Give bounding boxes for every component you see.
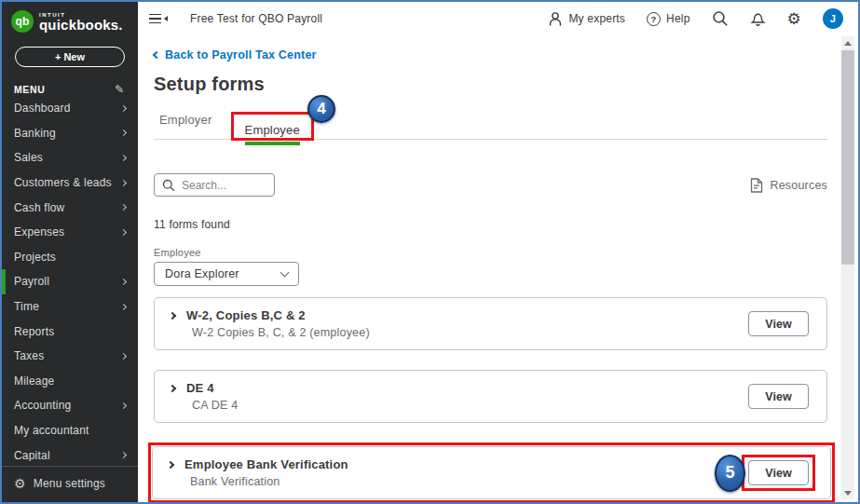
chevron-right-icon xyxy=(120,402,127,409)
chevron-right-icon xyxy=(120,129,127,136)
collapse-sidebar-icon[interactable] xyxy=(145,10,171,28)
sidebar-item-label: Customers & leads xyxy=(14,176,112,189)
sidebar-item[interactable]: My accountant xyxy=(2,418,138,443)
sidebar-item[interactable]: Capital xyxy=(2,443,138,461)
sidebar-item-label: Reports xyxy=(14,325,54,338)
resources-link[interactable]: Resources xyxy=(750,178,827,193)
form-title: W-2, Copies B,C & 2 xyxy=(186,308,306,322)
expand-chevron-icon[interactable] xyxy=(169,311,176,319)
qb-logo-icon: qb xyxy=(11,10,34,33)
sidebar-item[interactable]: Banking xyxy=(2,121,138,146)
sidebar-item-label: Time xyxy=(14,300,39,313)
scroll-down-button[interactable] xyxy=(841,486,854,499)
annotation-step-5: 5 xyxy=(715,455,745,492)
help-button[interactable]: ? Help xyxy=(647,12,689,26)
form-subtitle: W-2 Copies B, C, & 2 (employee) xyxy=(192,326,370,339)
chevron-right-icon xyxy=(120,452,127,458)
quickbooks-label: quickbooks. xyxy=(39,18,123,32)
form-title: Employee Bank Verification xyxy=(184,457,348,471)
edit-menu-pencil-icon[interactable]: ✎ xyxy=(115,83,125,96)
back-link[interactable]: Back to Payroll Tax Center xyxy=(154,48,317,61)
employee-select[interactable]: Dora Explorer xyxy=(154,262,299,286)
chevron-right-icon xyxy=(120,204,127,211)
results-count: 11 forms found xyxy=(154,218,827,231)
sidebar-item-label: My accountant xyxy=(14,424,89,437)
search-icon[interactable] xyxy=(712,10,729,27)
sidebar-item[interactable]: Time xyxy=(2,294,138,320)
form-card: W-2, Copies B,C & 2 W-2 Copies B, C, & 2… xyxy=(154,297,827,350)
chevron-right-icon xyxy=(120,304,127,310)
sidebar-item-label: Dashboard xyxy=(14,102,71,115)
notifications-bell-icon[interactable] xyxy=(750,10,766,27)
sidebar-item-label: Banking xyxy=(14,127,56,140)
form-card: DE 4 CA DE 4 View xyxy=(154,370,827,423)
sidebar-item[interactable]: Mileage xyxy=(2,369,138,394)
tab-employee[interactable]: Employee xyxy=(245,123,300,145)
sidebar-item[interactable]: Taxes xyxy=(2,344,138,369)
form-subtitle: Bank Verification xyxy=(190,475,348,488)
menu-heading: MENU xyxy=(14,84,45,95)
view-button[interactable]: View xyxy=(748,311,809,336)
chevron-down-icon xyxy=(280,267,290,277)
triangle-down-icon xyxy=(844,491,852,496)
sidebar-item-label: Mileage xyxy=(14,375,54,388)
quickbooks-logo: qb INTUIT quickbooks. xyxy=(2,2,138,33)
scrollbar-thumb[interactable] xyxy=(841,50,854,265)
settings-gear-icon[interactable]: ⚙ xyxy=(787,11,801,27)
sidebar-item-label: Capital xyxy=(14,449,50,461)
back-link-label: Back to Payroll Tax Center xyxy=(165,48,317,61)
sidebar-item[interactable]: Projects xyxy=(2,245,138,270)
sidebar-item[interactable]: Reports xyxy=(2,319,138,344)
resources-label: Resources xyxy=(770,179,827,192)
sidebar-item[interactable]: Accounting xyxy=(2,393,138,418)
sidebar-item-label: Payroll xyxy=(14,275,49,288)
view-button[interactable]: View xyxy=(748,384,809,409)
gear-icon: ⚙ xyxy=(14,477,26,490)
sidebar-item-label: Cash flow xyxy=(14,201,65,214)
annotation-highlight-view: View xyxy=(742,455,815,491)
sidebar-item[interactable]: Payroll xyxy=(2,269,138,294)
question-icon: ? xyxy=(647,12,661,26)
sidebar-item[interactable]: Dashboard xyxy=(2,96,138,121)
vertical-scrollbar[interactable] xyxy=(841,36,854,499)
scroll-up-button[interactable] xyxy=(841,36,854,49)
sidebar-item[interactable]: Sales xyxy=(2,145,138,170)
sidebar-item-label: Projects xyxy=(14,251,56,264)
forms-list: W-2, Copies B,C & 2 W-2 Copies B, C, & 2… xyxy=(154,297,827,504)
help-label: Help xyxy=(666,12,689,25)
app-window: qb INTUIT quickbooks. + New MENU ✎ Dashb… xyxy=(0,0,860,504)
chevron-right-icon xyxy=(120,229,127,236)
page-title: Setup forms xyxy=(154,74,827,95)
form-card-wrap: DE 4 CA DE 4 View xyxy=(154,370,827,423)
sidebar-item[interactable]: Expenses xyxy=(2,220,138,245)
sidebar-item[interactable]: Cash flow xyxy=(2,195,138,220)
person-icon xyxy=(548,11,563,27)
menu-settings-item[interactable]: ⚙ Menu settings xyxy=(2,466,138,502)
employee-filter-label: Employee xyxy=(154,247,827,258)
expand-chevron-icon[interactable] xyxy=(167,460,174,468)
expand-chevron-icon[interactable] xyxy=(169,384,176,391)
my-experts-button[interactable]: My experts xyxy=(548,11,625,27)
new-button[interactable]: + New xyxy=(15,47,125,67)
search-field[interactable] xyxy=(154,173,275,197)
form-card-wrap: W-2, Copies B,C & 2 W-2 Copies B, C, & 2… xyxy=(154,297,827,350)
sidebar: qb INTUIT quickbooks. + New MENU ✎ Dashb… xyxy=(2,2,138,502)
form-card-wrap: Employee Bank Verification Bank Verifica… xyxy=(148,443,835,503)
sidebar-item[interactable]: Customers & leads xyxy=(2,170,138,196)
document-icon xyxy=(750,178,763,193)
topbar: Free Test for QBO Payroll My experts ? H… xyxy=(138,2,858,35)
view-button[interactable]: View xyxy=(748,460,809,485)
search-input[interactable] xyxy=(182,179,266,192)
avatar[interactable]: J xyxy=(823,8,843,29)
chevron-right-icon xyxy=(120,180,127,186)
chevron-right-icon xyxy=(120,155,127,161)
tab-employer[interactable]: Employer xyxy=(154,113,218,139)
form-title: DE 4 xyxy=(186,381,214,395)
sidebar-item-label: Accounting xyxy=(14,399,71,412)
chevron-right-icon xyxy=(120,105,127,112)
sidebar-item-label: Expenses xyxy=(14,225,64,238)
form-card: Employee Bank Verification Bank Verifica… xyxy=(152,446,831,499)
chevron-right-icon xyxy=(120,353,127,360)
search-icon xyxy=(162,179,175,192)
tabs: Employer Employee 4 xyxy=(154,102,827,140)
